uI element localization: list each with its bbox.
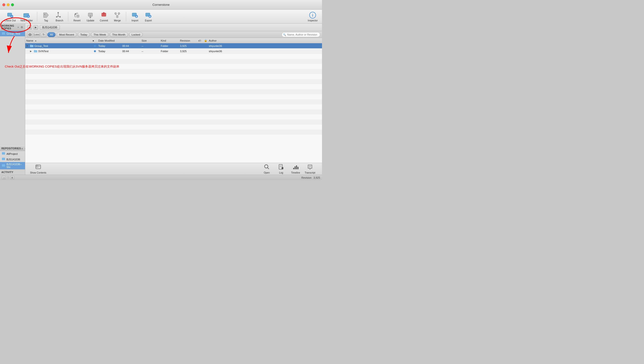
working-copies-header: WORKING COPIES + ⚙: [0, 24, 25, 31]
filter-eye-btn[interactable]: [27, 32, 33, 37]
expand-arrow-group-test[interactable]: ▼: [26, 45, 29, 47]
filter-bar: Latest in Repository (HEAD) ↻ All Most R…: [25, 31, 322, 38]
col-header-lock: 🔒: [204, 39, 208, 42]
update-button[interactable]: Update: [84, 10, 96, 23]
col-header-kind[interactable]: Kind: [160, 38, 179, 43]
sidebar-item-bjs141036[interactable]: BJS141036: [0, 157, 25, 162]
statusbar: ◻ ⋮ ⊞ Revision 3,925: [0, 175, 322, 180]
filter-dropdown-btn[interactable]: Latest in Repository (HEAD): [34, 32, 40, 37]
content-header: ◀ ▶ BJS141036: [25, 24, 322, 31]
zoom-button[interactable]: [11, 3, 14, 6]
name-svntest: SVNTest: [38, 50, 48, 53]
filter-all[interactable]: All: [47, 32, 56, 37]
statusbar-toggle-btn[interactable]: ◻: [2, 176, 6, 179]
bjs141036-shi-icon: [2, 164, 5, 168]
expand-arrow-svntest[interactable]: ▶: [30, 50, 33, 53]
sidebar-item-bjs141036-shi[interactable]: BJS141036--Shi: [0, 162, 25, 169]
svg-rect-51: [298, 167, 298, 169]
col-date-label: Date Modified: [98, 39, 114, 42]
revert-button[interactable]: Revert: [71, 10, 83, 23]
show-contents-label: Show Contents: [30, 171, 46, 174]
filter-today[interactable]: Today: [78, 32, 90, 37]
svg-rect-11: [77, 15, 79, 17]
filter-this-month-label: This Month: [112, 33, 125, 36]
search-wrapper: 🔍: [282, 32, 320, 37]
filter-most-recent-label: Most Recent: [59, 33, 74, 36]
head-label: Latest in Repository (HEAD): [34, 34, 40, 36]
checkout-button[interactable]: + Check Out: [2, 10, 18, 23]
import-button[interactable]: Import: [128, 10, 141, 23]
import-icon: [131, 11, 139, 19]
svg-point-41: [264, 165, 268, 168]
commit-button[interactable]: Commit: [98, 10, 110, 23]
filter-all-label: All: [50, 33, 53, 36]
sidebar-item-bjs141036-label: BJS141036: [6, 158, 20, 161]
show-contents-button[interactable]: Show Contents: [30, 164, 46, 174]
app-title: Cornerstone: [152, 3, 170, 7]
nav-forward-btn[interactable]: ▶: [34, 25, 38, 30]
export-label: Export: [145, 19, 152, 22]
sidebar-middle-spacer: [0, 36, 25, 145]
working-copies-add-btn[interactable]: +: [17, 26, 20, 29]
sort-arrow-name: ▲: [34, 40, 37, 42]
table-row[interactable]: ▶ SVNTest Today 00:44 -- Folder 3,: [25, 49, 322, 54]
working-copies-gear-btn[interactable]: ⚙: [20, 26, 24, 29]
merge-button[interactable]: Merge: [111, 10, 124, 23]
table-row[interactable]: ▼ Group_Test Today 00:44 -- Folder: [25, 43, 322, 49]
open-label: Open: [264, 171, 270, 174]
tag-button[interactable]: Tag: [40, 10, 52, 23]
activity-title: ACTIVITY: [2, 171, 14, 174]
working-copies-section: WORKING COPIES + ⚙ Group_Test: [0, 24, 25, 36]
cell-date-group-test: Today: [97, 45, 121, 47]
cell-author-svntest: shiyunlei36: [208, 50, 322, 53]
commit-icon: [100, 11, 108, 19]
new-folder-button[interactable]: + New Folder: [18, 10, 34, 23]
commit-label: Commit: [100, 19, 108, 22]
cell-status-svntest: [92, 50, 97, 52]
filter-refresh-btn[interactable]: ↻: [40, 32, 46, 37]
col-header-revision[interactable]: Revision: [179, 38, 198, 43]
update-icon: [86, 11, 94, 19]
filter-locked-label: Locked: [132, 33, 140, 36]
svg-rect-29: [2, 158, 5, 160]
activity-section: ACTIVITY: [0, 169, 25, 175]
search-input[interactable]: [282, 32, 320, 37]
filter-locked[interactable]: Locked: [129, 32, 143, 37]
svg-rect-27: [2, 32, 5, 35]
svg-text:i: i: [312, 13, 313, 17]
col-header-status: ●: [92, 39, 97, 42]
svg-rect-50: [296, 165, 297, 169]
repositories-section: REPOSITORIES ≡ + ⚙ AllProject: [0, 145, 25, 169]
open-button[interactable]: Open: [260, 164, 274, 174]
filter-this-week[interactable]: This Week: [91, 32, 108, 37]
statusbar-expand-btn[interactable]: ⊞: [10, 176, 14, 179]
repositories-list-btn[interactable]: ≡: [21, 147, 23, 150]
cell-size-group-test: --: [140, 45, 160, 47]
col-header-size[interactable]: Size: [140, 38, 160, 43]
show-contents-icon: [35, 164, 41, 171]
cell-status-group-test: [92, 45, 97, 47]
filter-most-recent[interactable]: Most Recent: [56, 32, 77, 37]
col-header-name[interactable]: Name ▲: [25, 38, 92, 43]
sidebar-item-allproject[interactable]: AllProject: [0, 151, 25, 157]
close-button[interactable]: [2, 3, 5, 6]
col-header-tag: 🏷: [198, 39, 204, 42]
svg-point-6: [44, 14, 45, 15]
log-button[interactable]: Log: [274, 164, 288, 174]
cell-name-svntest: ▶ SVNTest: [25, 49, 92, 53]
timeline-button[interactable]: Timeline: [288, 164, 303, 174]
traffic-lights: [2, 3, 14, 6]
inspector-button[interactable]: i Inspector: [306, 10, 320, 23]
col-header-date[interactable]: Date Modified: [97, 38, 140, 43]
minimize-button[interactable]: [7, 3, 10, 6]
statusbar-left: ◻ ⋮ ⊞: [2, 176, 14, 179]
sidebar-item-group-test[interactable]: Group_Test: [0, 31, 25, 36]
transcript-button[interactable]: Transcript: [303, 164, 317, 174]
filter-this-month[interactable]: This Month: [110, 32, 128, 37]
nav-back-btn[interactable]: ◀: [27, 25, 32, 30]
revision-label: Revision: [301, 176, 312, 179]
breadcrumb[interactable]: BJS141036: [40, 25, 60, 30]
branch-button[interactable]: Branch: [53, 10, 66, 23]
export-button[interactable]: Export: [142, 10, 154, 23]
col-header-author[interactable]: Author: [208, 38, 322, 43]
